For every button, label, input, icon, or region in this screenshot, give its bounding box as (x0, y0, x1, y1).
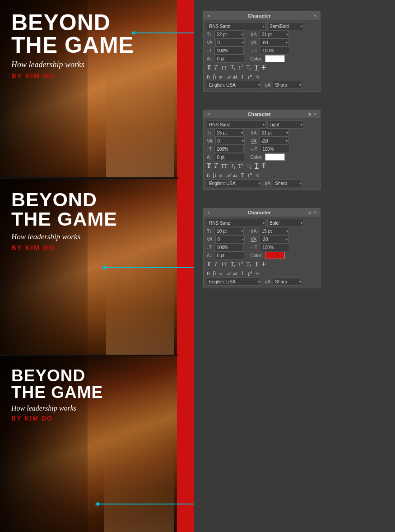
lig-st-3[interactable]: ʃt (213, 271, 216, 277)
vscale-input-1[interactable] (214, 46, 244, 55)
panel-3-close[interactable]: × (207, 210, 210, 215)
btn-Tt-2[interactable]: Tt (231, 162, 235, 170)
btn-T-under-2[interactable]: T (255, 162, 259, 170)
lig-fi-3[interactable]: fi (207, 271, 210, 276)
panel-2-close[interactable]: × (207, 111, 210, 117)
font-weight-select-2[interactable]: Light (267, 120, 303, 129)
font-weight-select-1[interactable]: SemiBold (267, 22, 303, 30)
lang-select-2[interactable]: English: USA (207, 179, 261, 187)
tracking-select-3[interactable]: 0 (215, 235, 245, 243)
lig-frac-2[interactable]: ½ (256, 172, 259, 178)
btn-T-strike-1[interactable]: T (262, 64, 266, 71)
lig-A-3[interactable]: 𝒜 (226, 271, 230, 277)
btn-T-bold-1[interactable]: T (207, 64, 211, 71)
btn-Tsub-3[interactable]: T1 (246, 261, 251, 268)
hscale-input-1[interactable] (260, 46, 289, 55)
baseline-input-3[interactable] (215, 251, 244, 259)
panel-1-chevrons[interactable]: « (314, 13, 316, 19)
btn-T-strike-3[interactable]: T (262, 261, 266, 268)
panel-3-menu[interactable]: ≡ (308, 210, 311, 215)
leading-select-3[interactable]: 15 pt (260, 227, 289, 235)
btn-T-strike-2[interactable]: T (262, 162, 266, 170)
color-swatch-1[interactable] (265, 55, 285, 62)
panel-1-header: × Character ≡ « (204, 12, 320, 20)
lig-st-1[interactable]: ʃt (213, 74, 216, 80)
lig-st-2[interactable]: ʃt (213, 172, 216, 178)
lig-aa-3[interactable]: aā (233, 271, 237, 276)
kerning-icon-3: VA (251, 237, 257, 242)
btn-TT-3[interactable]: TT (221, 261, 228, 268)
leading-select-2[interactable]: 21 pt (260, 129, 289, 137)
lig-st2-2[interactable]: st (219, 172, 223, 178)
lang-select-1[interactable]: English: USA (207, 81, 261, 89)
panel-3-font-row: RNS Sanz Bold (207, 219, 317, 227)
panel-2-chevrons[interactable]: « (314, 111, 316, 117)
hscale-input-3[interactable] (260, 243, 289, 251)
btn-Tsub-1[interactable]: T1 (246, 64, 251, 71)
lig-fi-2[interactable]: fi (207, 172, 210, 178)
btn-Tsup-2[interactable]: T1 (238, 162, 243, 170)
panel-1-menu[interactable]: ≡ (308, 13, 311, 19)
panel-1-close[interactable]: × (207, 13, 210, 19)
leading-select-1[interactable]: 21 pt (260, 30, 289, 38)
tracking-select-2[interactable]: 0 (215, 137, 245, 145)
lig-T-2[interactable]: 𝕋 (241, 172, 244, 178)
lig-T-3[interactable]: 𝕋 (241, 271, 244, 277)
aa-select-3[interactable]: Sharp (273, 278, 302, 286)
vscale-input-2[interactable] (214, 145, 244, 153)
btn-Tt-1[interactable]: Tt (231, 64, 235, 71)
font-family-select-3[interactable]: RNS Sanz (207, 219, 265, 227)
lig-aa-1[interactable]: aā (233, 74, 237, 79)
tracking-select-1[interactable]: 0 (215, 38, 245, 46)
size-select-3[interactable]: 10 pt (214, 227, 244, 235)
vscale-input-3[interactable] (214, 243, 244, 251)
aa-select-2[interactable]: Sharp (273, 179, 302, 187)
panel-2-menu[interactable]: ≡ (308, 111, 311, 117)
btn-T-italic-2[interactable]: T (214, 162, 218, 170)
font-family-select-1[interactable]: RNS Sanz (207, 22, 265, 30)
btn-Tsub-2[interactable]: T1 (246, 162, 251, 170)
btn-Tsup-3[interactable]: T1 (238, 261, 243, 268)
size-select-2[interactable]: 15 pt (214, 129, 244, 137)
lig-T-1[interactable]: 𝕋 (241, 74, 244, 80)
lig-sup-2[interactable]: 1st (247, 172, 252, 178)
lig-aa-2[interactable]: aā (233, 172, 237, 178)
btn-Tsup-1[interactable]: T1 (238, 64, 243, 71)
lig-fi-1[interactable]: fi (207, 74, 210, 79)
lig-frac-1[interactable]: ½ (256, 74, 259, 79)
color-swatch-3[interactable] (265, 252, 285, 259)
kerning-select-1[interactable]: -60 (259, 38, 288, 46)
lig-frac-3[interactable]: ½ (256, 271, 259, 276)
baseline-input-1[interactable] (215, 55, 244, 63)
lig-sup-1[interactable]: 1st (247, 74, 252, 80)
arrow-1 (131, 31, 194, 35)
btn-Tt-3[interactable]: Tt (231, 261, 235, 268)
aa-select-1[interactable]: Sharp (273, 81, 302, 89)
btn-TT-2[interactable]: TT (221, 163, 228, 170)
font-family-select-2[interactable]: RNS Sanz (207, 120, 265, 129)
panel-3-chevrons[interactable]: « (314, 210, 316, 215)
btn-T-italic-1[interactable]: T (214, 64, 218, 71)
btn-T-bold-3[interactable]: T (207, 261, 211, 268)
lig-A-1[interactable]: 𝒜 (226, 74, 230, 80)
kerning-select-2[interactable]: -20 (259, 137, 288, 145)
title-line1-2: BEYOND (11, 190, 169, 209)
baseline-input-2[interactable] (215, 153, 244, 161)
lig-A-2[interactable]: 𝒜 (226, 172, 230, 178)
font-weight-select-3[interactable]: Bold (267, 219, 303, 227)
hscale-icon-2: ↔T (250, 147, 257, 152)
color-label-1: Color: (251, 56, 263, 61)
color-swatch-2[interactable] (265, 153, 285, 161)
btn-T-under-1[interactable]: T (255, 64, 259, 71)
kerning-select-3[interactable]: -20 (259, 235, 288, 243)
lig-st2-1[interactable]: st (219, 74, 223, 79)
btn-T-italic-3[interactable]: T (214, 261, 218, 268)
lig-st2-3[interactable]: st (219, 271, 223, 276)
size-select-1[interactable]: 22 pt (214, 30, 244, 38)
lang-select-3[interactable]: English: USA (207, 278, 261, 286)
btn-T-under-3[interactable]: T (255, 261, 259, 268)
btn-TT-1[interactable]: TT (221, 65, 228, 71)
hscale-input-2[interactable] (260, 145, 289, 153)
btn-T-bold-2[interactable]: T (207, 162, 211, 170)
lig-sup-3[interactable]: 1st (247, 270, 252, 277)
